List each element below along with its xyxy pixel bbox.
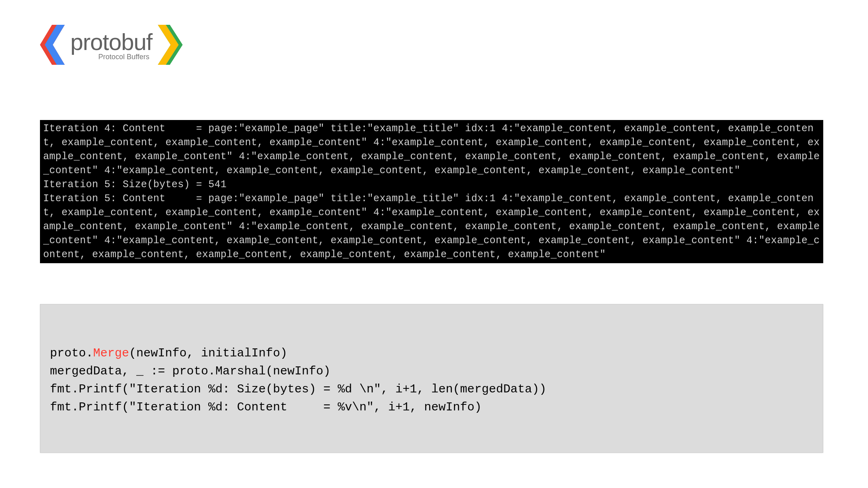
logo-text: protobuf Protocol Buffers <box>70 28 152 61</box>
code-l1-merge: Merge <box>93 346 129 360</box>
chevron-right-icon <box>158 25 183 65</box>
code-l3: fmt.Printf("Iteration %d: Size(bytes) = … <box>50 382 546 396</box>
code-l4: fmt.Printf("Iteration %d: Content = %v\n… <box>50 400 482 414</box>
code-l1-pre: proto. <box>50 346 93 360</box>
terminal-output: Iteration 4: Content = page:"example_pag… <box>40 120 823 263</box>
terminal-text: Iteration 4: Content = page:"example_pag… <box>43 123 820 260</box>
logo-area: protobuf Protocol Buffers <box>40 25 183 65</box>
code-l1-post: (newInfo, initialInfo) <box>129 346 287 360</box>
svg-marker-1 <box>45 25 65 65</box>
svg-marker-3 <box>158 25 179 65</box>
code-l2: mergedData, _ := proto.Marshal(newInfo) <box>50 364 330 378</box>
chevron-left-icon <box>40 25 65 65</box>
logo-subtitle: Protocol Buffers <box>98 53 152 61</box>
code-block: proto.Merge(newInfo, initialInfo) merged… <box>40 304 823 453</box>
svg-marker-2 <box>158 25 183 65</box>
logo-word: protobuf <box>70 28 152 55</box>
